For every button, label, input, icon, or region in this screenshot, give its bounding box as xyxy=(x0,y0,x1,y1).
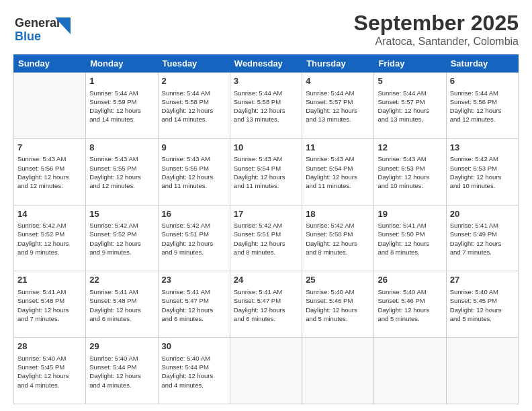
day-number: 7 xyxy=(17,142,82,154)
day-info: Sunrise: 5:43 AM Sunset: 5:54 PM Dayligh… xyxy=(234,154,298,190)
calendar-cell: 15Sunrise: 5:42 AM Sunset: 5:52 PM Dayli… xyxy=(86,205,158,271)
day-number: 29 xyxy=(89,340,154,353)
day-number: 8 xyxy=(89,142,154,154)
day-number: 28 xyxy=(17,340,82,353)
day-info: Sunrise: 5:41 AM Sunset: 5:48 PM Dayligh… xyxy=(17,287,82,323)
calendar-title: September 2025 xyxy=(354,11,519,36)
calendar-cell: 22Sunrise: 5:41 AM Sunset: 5:48 PM Dayli… xyxy=(86,271,158,338)
day-info: Sunrise: 5:42 AM Sunset: 5:53 PM Dayligh… xyxy=(450,154,515,190)
calendar-cell: 9Sunrise: 5:43 AM Sunset: 5:55 PM Daylig… xyxy=(158,138,230,205)
calendar-cell: 28Sunrise: 5:40 AM Sunset: 5:45 PM Dayli… xyxy=(14,338,86,404)
day-info: Sunrise: 5:43 AM Sunset: 5:53 PM Dayligh… xyxy=(378,154,442,190)
day-info: Sunrise: 5:42 AM Sunset: 5:51 PM Dayligh… xyxy=(234,221,298,257)
day-number: 23 xyxy=(162,274,226,286)
calendar-cell: 14Sunrise: 5:42 AM Sunset: 5:52 PM Dayli… xyxy=(14,205,86,271)
weekday-sunday: Sunday xyxy=(14,55,86,73)
day-number: 20 xyxy=(450,208,515,220)
calendar-cell: 17Sunrise: 5:42 AM Sunset: 5:51 PM Dayli… xyxy=(230,205,302,271)
weekday-tuesday: Tuesday xyxy=(158,55,230,73)
week-row-2: 7Sunrise: 5:43 AM Sunset: 5:56 PM Daylig… xyxy=(14,138,519,205)
day-number: 9 xyxy=(162,142,226,154)
day-number: 2 xyxy=(162,75,226,87)
day-number: 26 xyxy=(378,274,442,286)
day-info: Sunrise: 5:41 AM Sunset: 5:49 PM Dayligh… xyxy=(450,221,515,257)
day-info: Sunrise: 5:42 AM Sunset: 5:51 PM Dayligh… xyxy=(162,221,226,257)
calendar-cell: 10Sunrise: 5:43 AM Sunset: 5:54 PM Dayli… xyxy=(230,138,302,205)
day-info: Sunrise: 5:44 AM Sunset: 5:57 PM Dayligh… xyxy=(306,89,370,124)
day-number: 19 xyxy=(378,208,442,220)
day-info: Sunrise: 5:41 AM Sunset: 5:47 PM Dayligh… xyxy=(162,287,226,323)
day-number: 16 xyxy=(162,208,226,220)
day-info: Sunrise: 5:40 AM Sunset: 5:46 PM Dayligh… xyxy=(306,287,370,323)
week-row-3: 14Sunrise: 5:42 AM Sunset: 5:52 PM Dayli… xyxy=(14,205,519,271)
calendar-cell: 25Sunrise: 5:40 AM Sunset: 5:46 PM Dayli… xyxy=(302,271,374,338)
day-number: 27 xyxy=(450,274,515,286)
day-info: Sunrise: 5:42 AM Sunset: 5:52 PM Dayligh… xyxy=(89,221,154,257)
day-number: 6 xyxy=(450,75,515,87)
day-number: 25 xyxy=(306,274,370,286)
week-row-4: 21Sunrise: 5:41 AM Sunset: 5:48 PM Dayli… xyxy=(14,271,519,338)
calendar-cell: 16Sunrise: 5:42 AM Sunset: 5:51 PM Dayli… xyxy=(158,205,230,271)
day-number: 18 xyxy=(306,208,370,220)
logo-svg: General Blue xyxy=(13,11,71,46)
calendar-cell: 29Sunrise: 5:40 AM Sunset: 5:44 PM Dayli… xyxy=(86,338,158,404)
week-row-5: 28Sunrise: 5:40 AM Sunset: 5:45 PM Dayli… xyxy=(14,338,519,404)
calendar-cell: 24Sunrise: 5:41 AM Sunset: 5:47 PM Dayli… xyxy=(230,271,302,338)
calendar-cell: 7Sunrise: 5:43 AM Sunset: 5:56 PM Daylig… xyxy=(14,138,86,205)
day-info: Sunrise: 5:43 AM Sunset: 5:55 PM Dayligh… xyxy=(162,154,226,190)
weekday-saturday: Saturday xyxy=(446,55,518,73)
day-number: 12 xyxy=(378,142,442,154)
calendar-cell: 26Sunrise: 5:40 AM Sunset: 5:46 PM Dayli… xyxy=(374,271,446,338)
day-number: 24 xyxy=(234,274,298,286)
day-info: Sunrise: 5:40 AM Sunset: 5:44 PM Dayligh… xyxy=(162,354,226,390)
day-info: Sunrise: 5:40 AM Sunset: 5:45 PM Dayligh… xyxy=(450,287,515,323)
day-number: 1 xyxy=(89,75,154,87)
day-number: 15 xyxy=(89,208,154,220)
calendar-cell: 3Sunrise: 5:44 AM Sunset: 5:58 PM Daylig… xyxy=(230,73,302,139)
calendar-cell: 19Sunrise: 5:41 AM Sunset: 5:50 PM Dayli… xyxy=(374,205,446,271)
weekday-monday: Monday xyxy=(86,55,158,73)
calendar-cell xyxy=(230,338,302,404)
weekday-wednesday: Wednesday xyxy=(230,55,302,73)
calendar-cell xyxy=(302,338,374,404)
day-number: 4 xyxy=(306,75,370,87)
calendar-cell xyxy=(374,338,446,404)
calendar-cell: 11Sunrise: 5:43 AM Sunset: 5:54 PM Dayli… xyxy=(302,138,374,205)
day-info: Sunrise: 5:40 AM Sunset: 5:46 PM Dayligh… xyxy=(378,287,442,323)
logo: General Blue xyxy=(13,11,71,46)
day-info: Sunrise: 5:41 AM Sunset: 5:50 PM Dayligh… xyxy=(378,221,442,257)
title-block: September 2025 Aratoca, Santander, Colom… xyxy=(354,11,519,48)
svg-text:Blue: Blue xyxy=(15,30,41,43)
day-info: Sunrise: 5:43 AM Sunset: 5:56 PM Dayligh… xyxy=(17,154,82,190)
calendar-cell: 12Sunrise: 5:43 AM Sunset: 5:53 PM Dayli… xyxy=(374,138,446,205)
calendar-cell: 1Sunrise: 5:44 AM Sunset: 5:59 PM Daylig… xyxy=(86,73,158,139)
weekday-friday: Friday xyxy=(374,55,446,73)
day-number: 14 xyxy=(17,208,82,220)
day-info: Sunrise: 5:43 AM Sunset: 5:54 PM Dayligh… xyxy=(306,154,370,190)
calendar-cell: 30Sunrise: 5:40 AM Sunset: 5:44 PM Dayli… xyxy=(158,338,230,404)
day-number: 13 xyxy=(450,142,515,154)
day-info: Sunrise: 5:44 AM Sunset: 5:58 PM Dayligh… xyxy=(234,89,298,124)
calendar-subtitle: Aratoca, Santander, Colombia xyxy=(354,36,519,48)
page: General Blue September 2025 Aratoca, San… xyxy=(0,0,532,411)
header: General Blue September 2025 Aratoca, San… xyxy=(13,11,519,48)
day-number: 21 xyxy=(17,274,82,286)
calendar-cell: 23Sunrise: 5:41 AM Sunset: 5:47 PM Dayli… xyxy=(158,271,230,338)
day-number: 10 xyxy=(234,142,298,154)
day-info: Sunrise: 5:44 AM Sunset: 5:57 PM Dayligh… xyxy=(378,89,442,124)
day-number: 3 xyxy=(234,75,298,87)
calendar-table: SundayMondayTuesdayWednesdayThursdayFrid… xyxy=(13,54,519,404)
svg-text:General: General xyxy=(15,16,60,30)
day-number: 5 xyxy=(378,75,442,87)
calendar-cell xyxy=(14,73,86,139)
day-number: 17 xyxy=(234,208,298,220)
weekday-header-row: SundayMondayTuesdayWednesdayThursdayFrid… xyxy=(14,55,519,73)
day-info: Sunrise: 5:43 AM Sunset: 5:55 PM Dayligh… xyxy=(89,154,154,190)
calendar-cell: 21Sunrise: 5:41 AM Sunset: 5:48 PM Dayli… xyxy=(14,271,86,338)
calendar-cell: 5Sunrise: 5:44 AM Sunset: 5:57 PM Daylig… xyxy=(374,73,446,139)
day-info: Sunrise: 5:41 AM Sunset: 5:47 PM Dayligh… xyxy=(234,287,298,323)
calendar-cell: 27Sunrise: 5:40 AM Sunset: 5:45 PM Dayli… xyxy=(446,271,518,338)
calendar-cell: 6Sunrise: 5:44 AM Sunset: 5:56 PM Daylig… xyxy=(446,73,518,139)
weekday-thursday: Thursday xyxy=(302,55,374,73)
day-info: Sunrise: 5:40 AM Sunset: 5:45 PM Dayligh… xyxy=(17,354,82,390)
